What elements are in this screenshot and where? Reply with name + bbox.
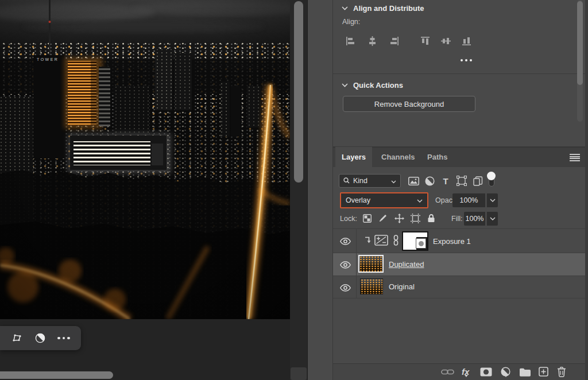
chevron-down-icon xyxy=(391,176,396,186)
tab-paths[interactable]: Paths xyxy=(419,147,455,167)
layer-name-duplicated[interactable]: Duplicated xyxy=(389,260,424,269)
smart-object-filter-icon[interactable] xyxy=(471,173,485,188)
align-distribute-header[interactable]: Align and Distribute xyxy=(342,2,424,14)
tab-channels[interactable]: Channels xyxy=(373,147,423,167)
filter-toggle-switch[interactable] xyxy=(487,172,496,188)
horizontal-scrollbar-thumb[interactable] xyxy=(0,371,113,379)
contextual-taskbar xyxy=(0,326,81,350)
lock-transparency-icon[interactable] xyxy=(361,212,373,224)
blend-mode-value: Overlay xyxy=(346,196,417,204)
adjustment-layer-filter-icon[interactable] xyxy=(423,173,436,188)
search-icon xyxy=(343,176,350,186)
clipping-mask-icon xyxy=(364,236,371,246)
lock-position-icon[interactable] xyxy=(393,212,405,224)
tab-layers[interactable]: Layers xyxy=(335,147,372,167)
lock-label: Lock: xyxy=(340,215,357,223)
filter-kind-dropdown[interactable]: Kind xyxy=(339,174,401,188)
layer-thumbnail-original[interactable] xyxy=(360,278,383,294)
align-left-edges-button[interactable] xyxy=(343,34,357,48)
vertical-scrollbar-thumb[interactable] xyxy=(294,1,303,183)
canvas-area: TOWER xyxy=(0,0,290,380)
scrollbar-corner xyxy=(291,367,307,380)
properties-scrollbar-thumb[interactable] xyxy=(577,1,583,85)
visibility-eye-icon[interactable] xyxy=(338,282,353,293)
exposure-mask-thumbnail xyxy=(416,238,426,249)
opacity-dropdown-icon[interactable] xyxy=(486,193,498,207)
align-bottom-edges-button[interactable] xyxy=(459,34,473,48)
new-layer-icon[interactable] xyxy=(539,363,548,380)
add-layer-mask-icon[interactable] xyxy=(480,363,492,380)
visibility-eye-icon[interactable] xyxy=(338,259,353,270)
type-layer-filter-icon[interactable]: T xyxy=(439,173,452,188)
eye-column-divider xyxy=(356,229,357,298)
delete-layer-icon[interactable] xyxy=(557,363,566,380)
adjustment-layer-badge-icon xyxy=(374,235,388,248)
align-horizontal-centers-button[interactable] xyxy=(365,34,379,48)
align-more-options-icon[interactable] xyxy=(461,59,472,61)
more-options-icon[interactable] xyxy=(54,329,74,347)
document-canvas[interactable]: TOWER xyxy=(0,0,290,319)
link-mask-icon xyxy=(393,235,399,248)
lock-artboard-icon[interactable] xyxy=(409,212,421,224)
panel-right-edge xyxy=(585,0,588,380)
pixel-layer-filter-icon[interactable] xyxy=(407,173,420,188)
chevron-down-icon xyxy=(417,195,423,205)
layer-effects-icon[interactable]: fx xyxy=(462,363,469,380)
quick-actions-header[interactable]: Quick Actions xyxy=(342,79,403,91)
fill-value[interactable]: 100% xyxy=(464,212,485,226)
align-label: Align: xyxy=(342,18,360,26)
opacity-value[interactable]: 100% xyxy=(452,193,485,207)
polygon-selection-icon[interactable] xyxy=(7,329,27,347)
lock-all-icon[interactable] xyxy=(425,212,438,224)
visibility-eye-icon[interactable] xyxy=(338,235,353,247)
layer-name-exposure[interactable]: Exposure 1 xyxy=(433,237,471,246)
align-top-edges-button[interactable] xyxy=(418,34,432,48)
link-layers-icon[interactable] xyxy=(441,363,454,380)
panel-dock: Align and Distribute Align: Quick Act xyxy=(333,0,588,380)
photoshop-window: TOWER xyxy=(0,0,588,380)
blend-mode-select[interactable]: Overlay xyxy=(340,192,428,208)
cityscape-photo: TOWER xyxy=(0,0,290,319)
panel-gutter xyxy=(307,0,333,380)
align-distribute-title: Align and Distribute xyxy=(353,4,424,13)
layer-thumbnail-duplicated[interactable] xyxy=(358,255,384,273)
fill-dropdown-icon[interactable] xyxy=(486,212,498,226)
new-adjustment-layer-icon[interactable] xyxy=(501,363,510,380)
chevron-down-icon xyxy=(342,83,348,87)
new-group-icon[interactable] xyxy=(519,363,531,380)
align-right-edges-button[interactable] xyxy=(387,34,401,48)
filter-kind-value: Kind xyxy=(353,177,388,185)
quick-actions-title: Quick Actions xyxy=(353,81,403,90)
adjustment-layer-thumbnail[interactable] xyxy=(402,231,428,251)
adjustment-icon[interactable] xyxy=(30,329,50,347)
fill-label[interactable]: Fill: xyxy=(451,215,462,223)
chevron-down-icon xyxy=(342,6,348,10)
lock-image-icon[interactable] xyxy=(377,212,389,224)
layer-name-original[interactable]: Original xyxy=(389,282,415,291)
align-vertical-centers-button[interactable] xyxy=(439,34,452,48)
panel-menu-icon[interactable] xyxy=(570,154,580,161)
shape-layer-filter-icon[interactable] xyxy=(455,173,469,188)
remove-background-button[interactable]: Remove Background xyxy=(343,96,475,112)
